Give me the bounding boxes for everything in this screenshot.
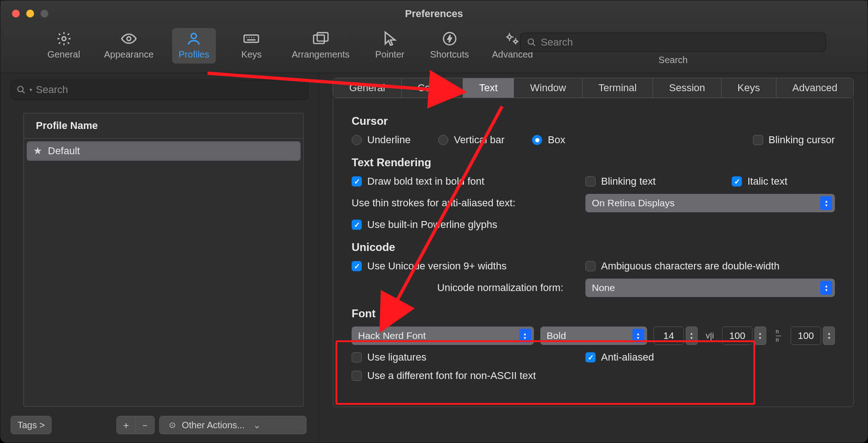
italic-text-checkbox[interactable]: Italic text — [732, 175, 787, 187]
v-spacing-stepper[interactable]: ▴▾ — [791, 326, 835, 345]
bold-font-checkbox[interactable]: Draw bold text in bold font — [352, 175, 568, 187]
tab-general[interactable]: General — [333, 78, 402, 98]
toolbar-shortcuts[interactable]: Shortcuts — [426, 28, 474, 64]
section-unicode-title: Unicode — [352, 241, 835, 254]
text-panel: Cursor Underline Vertical bar Box Blinki… — [333, 98, 854, 407]
preferences-window: Preferences General Appearance Profiles — [0, 0, 868, 443]
person-icon — [186, 31, 202, 47]
popup-value: Hack Nerd Font — [358, 330, 426, 341]
toolbar-pointer[interactable]: Pointer — [368, 28, 412, 64]
font-size-stepper[interactable]: ▴▾ — [654, 326, 698, 345]
unicode-v9-checkbox[interactable]: Use Unicode version 9+ widths — [352, 260, 568, 272]
check-label: Anti-aliased — [601, 351, 654, 363]
tab-text[interactable]: Text — [463, 78, 514, 98]
svg-point-9 — [528, 39, 534, 45]
stepper-buttons[interactable]: ▴▾ — [686, 326, 698, 345]
toolbar-profiles[interactable]: Profiles — [172, 28, 216, 64]
toolbar-general[interactable]: General — [42, 28, 86, 64]
profile-editor: General Colors Text Window Terminal Sess… — [319, 73, 868, 443]
v-spacing-input[interactable] — [791, 326, 821, 345]
font-size-input[interactable] — [654, 326, 684, 345]
cursor-underline-radio[interactable]: Underline — [352, 134, 411, 146]
toolbar-search-field[interactable]: Search — [520, 33, 826, 52]
remove-profile-button[interactable]: － — [136, 416, 155, 434]
toolbar-keys[interactable]: Keys — [230, 28, 273, 64]
cursor-box-radio[interactable]: Box — [532, 134, 565, 146]
nonascii-font-checkbox[interactable]: Use a different font for non-ASCII text — [352, 370, 536, 382]
blinking-text-checkbox[interactable]: Blinking text — [585, 175, 714, 187]
svg-point-0 — [62, 37, 66, 41]
window-title: Preferences — [0, 8, 868, 20]
svg-point-1 — [127, 37, 131, 41]
stepper-buttons[interactable]: ▴▾ — [823, 326, 835, 345]
check-label: Italic text — [747, 175, 787, 187]
toolbar-label: General — [47, 49, 80, 60]
tab-window[interactable]: Window — [514, 78, 583, 98]
toolbar-appearance[interactable]: Appearance — [99, 28, 158, 64]
tab-label: Text — [479, 82, 498, 94]
keyboard-icon — [243, 31, 259, 47]
tab-keys[interactable]: Keys — [722, 78, 776, 98]
tab-terminal[interactable]: Terminal — [583, 78, 653, 98]
normalization-label: Unicode normalization form: — [352, 282, 568, 294]
cursor-vertical-radio[interactable]: Vertical bar — [438, 134, 504, 146]
cursor-icon — [382, 31, 398, 47]
ligatures-checkbox[interactable]: Use ligatures — [352, 351, 568, 363]
other-actions-popup[interactable]: ⊙ Other Actions... ⌄ — [159, 416, 307, 434]
check-label: Blinking text — [601, 175, 656, 187]
other-actions-label: Other Actions... — [182, 420, 245, 431]
gears-icon — [504, 31, 520, 47]
thin-strokes-popup[interactable]: On Retina Displays ▴▾ — [585, 194, 835, 212]
check-label: Draw bold text in bold font — [367, 175, 484, 187]
tab-colors[interactable]: Colors — [402, 78, 463, 98]
svg-point-10 — [18, 87, 23, 92]
powerline-checkbox[interactable]: Use built-in Powerline glyphs — [352, 219, 497, 231]
add-remove-segment: ＋ － — [116, 416, 155, 434]
check-label: Blinking cursor — [769, 134, 835, 146]
normalization-popup[interactable]: None ▴▾ — [585, 279, 835, 297]
font-weight-popup[interactable]: Bold ▴▾ — [540, 326, 647, 345]
search-placeholder: Search — [36, 84, 68, 96]
sidebar-footer: Tags > ＋ － ⊙ Other Actions... ⌄ — [11, 416, 307, 434]
popup-arrows-icon: ▴▾ — [820, 196, 832, 210]
h-spacing-stepper[interactable]: ▴▾ — [722, 326, 766, 345]
section-font-title: Font — [352, 307, 835, 320]
tags-button[interactable]: Tags > — [11, 416, 52, 434]
check-label: Ambiguous characters are double-width — [601, 260, 780, 272]
tab-session[interactable]: Session — [653, 78, 722, 98]
h-spacing-input[interactable] — [722, 326, 752, 345]
radio-label: Vertical bar — [454, 134, 504, 146]
check-label: Use Unicode version 9+ widths — [367, 260, 507, 272]
radio-label: Underline — [367, 134, 411, 146]
profile-search-field[interactable]: ▾ Search — [11, 80, 308, 100]
tab-label: Advanced — [793, 82, 838, 94]
toolbar-label: Arrangements — [292, 49, 350, 60]
profile-tabs: General Colors Text Window Terminal Sess… — [333, 78, 854, 98]
h-spacing-icon: v|i — [704, 330, 716, 342]
toolbar-label: Pointer — [375, 49, 404, 60]
tags-label: Tags > — [17, 420, 45, 431]
svg-point-7 — [508, 35, 511, 39]
check-label: Use built-in Powerline glyphs — [367, 219, 497, 231]
antialiased-checkbox[interactable]: Anti-aliased — [585, 351, 654, 363]
profiles-sidebar: ▾ Search Profile Name ★ Default Tags > — [0, 73, 319, 443]
font-family-popup[interactable]: Hack Nerd Font ▴▾ — [352, 326, 534, 345]
tab-label: General — [349, 82, 385, 94]
blinking-cursor-checkbox[interactable]: Blinking cursor — [753, 134, 835, 146]
profile-row-default[interactable]: ★ Default — [27, 141, 301, 161]
search-placeholder: Search — [541, 36, 573, 48]
popup-arrows-icon: ▴▾ — [519, 329, 531, 343]
toolbar-arrangements[interactable]: Arrangements — [287, 28, 354, 64]
toolbar-label: Shortcuts — [430, 49, 469, 60]
profile-list-header: Profile Name — [24, 113, 303, 139]
toolbar-label: Profiles — [179, 49, 209, 60]
popup-value: None — [592, 282, 615, 293]
tab-advanced[interactable]: Advanced — [776, 78, 853, 98]
ambiguous-width-checkbox[interactable]: Ambiguous characters are double-width — [585, 260, 780, 272]
toolbar-label: Appearance — [104, 49, 154, 60]
add-profile-button[interactable]: ＋ — [116, 416, 136, 434]
gear-icon — [56, 31, 72, 47]
stepper-buttons[interactable]: ▴▾ — [754, 326, 766, 345]
check-label: Use a different font for non-ASCII text — [367, 370, 536, 382]
toolbar-label: Keys — [241, 49, 261, 60]
